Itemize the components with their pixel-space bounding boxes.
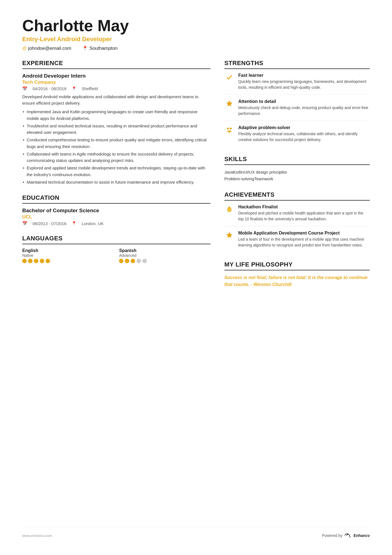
strength-attention-title: Attention to detail — [238, 99, 370, 104]
dot — [137, 259, 141, 263]
calendar-icon: 📅 — [22, 86, 28, 91]
achievement-hackathon-title: Hackathon Finalist — [238, 204, 370, 209]
language-spanish: Spanish Advanced — [119, 248, 210, 263]
strength-fast-learner-content: Fast learner Quickly learn new programmi… — [238, 73, 370, 90]
strength-fast-learner-desc: Quickly learn new programming languages,… — [238, 79, 370, 90]
english-level: Native — [22, 253, 113, 258]
strength-problem-solver: Adaptive problem-solver Flexibly analyze… — [224, 125, 370, 147]
svg-marker-7 — [228, 206, 231, 208]
skills-text: JavaKotlinUI/UX design principles Proble… — [224, 169, 370, 182]
footer: www.enhancv.com Powered by Enhancv — [22, 527, 370, 538]
dot — [34, 259, 38, 263]
email-icon: @ — [22, 46, 27, 51]
check-icon — [224, 73, 234, 83]
strength-fast-learner-title: Fast learner — [238, 73, 370, 78]
achievement-hackathon: Hackathon Finalist Developed and pitched… — [224, 204, 370, 226]
achievement-mobile-content: Mobile Application Development Course Pr… — [238, 231, 370, 248]
powered-by-label: Powered by — [322, 533, 343, 538]
skills-line1: JavaKotlinUI/UX design principles — [224, 170, 287, 174]
strength-fast-learner: Fast learner Quickly learn new programmi… — [224, 73, 370, 95]
achievement-mobile-title: Mobile Application Development Course Pr… — [238, 231, 370, 236]
achievements-title: ACHIEVEMENTS — [224, 191, 370, 201]
strength-attention-content: Attention to detail Meticulously check a… — [238, 99, 370, 117]
education-section: EDUCATION Bachelor of Computer Science U… — [22, 194, 210, 226]
job-title: Entry-Level Android Developer — [22, 36, 370, 43]
skills-title: SKILLS — [224, 156, 370, 165]
strengths-section: STRENGTHS Fast learner Quickly learn new… — [224, 60, 370, 147]
achievement-star-icon — [224, 231, 234, 241]
experience-title: EXPERIENCE — [22, 60, 210, 69]
company-name: Tech Company — [22, 80, 210, 85]
job-position: Android Developer Intern — [22, 73, 210, 79]
strengths-title: STRENGTHS — [224, 60, 370, 69]
medal-icon — [224, 204, 234, 214]
dot — [125, 259, 129, 263]
location-pin-icon: 📍 — [71, 86, 77, 91]
dot — [40, 259, 44, 263]
languages-title: LANGUAGES — [22, 235, 210, 244]
achievement-hackathon-desc: Developed and pitched a mobile health ap… — [238, 210, 370, 222]
gear-people-icon — [224, 125, 234, 135]
dot — [28, 259, 33, 263]
dot — [142, 259, 147, 263]
experience-dates: 04/2016 - 08/2018 — [33, 86, 66, 91]
education-dates: 06/2013 - 07/2016 — [33, 221, 66, 226]
strength-problem-solver-title: Adaptive problem-solver — [238, 125, 370, 130]
location-value: Southampton — [89, 46, 117, 51]
strength-problem-solver-content: Adaptive problem-solver Flexibly analyze… — [238, 125, 370, 143]
language-english: English Native — [22, 248, 113, 263]
experience-section: EXPERIENCE Android Developer Intern Tech… — [22, 60, 210, 185]
experience-bullets: Implemented Java and Kotlin programming … — [22, 108, 210, 185]
star-icon — [224, 99, 234, 109]
philosophy-quote: Success is not final; failure is not fat… — [224, 274, 370, 288]
right-column: STRENGTHS Fast learner Quickly learn new… — [224, 60, 370, 527]
skills-line2: Problem-solvingTeamwork — [224, 176, 273, 181]
dot — [22, 259, 27, 263]
achievement-hackathon-content: Hackathon Finalist Developed and pitched… — [238, 204, 370, 222]
skills-section: SKILLS JavaKotlinUI/UX design principles… — [224, 156, 370, 182]
bullet-2: Troubleshot and resolved technical issue… — [22, 123, 210, 136]
bullet-6: Maintained technical documentation to as… — [22, 179, 210, 185]
email-contact: @ johndoe@email.com — [22, 46, 71, 51]
achievement-mobile: Mobile Application Development Course Pr… — [224, 231, 370, 252]
resume-page: Charlotte May Entry-Level Android Develo… — [0, 0, 392, 555]
svg-point-2 — [230, 127, 232, 129]
degree-name: Bachelor of Computer Science — [22, 208, 210, 214]
dot — [119, 259, 123, 263]
philosophy-title: MY LIFE PHILOSOPHY — [224, 261, 370, 270]
dot — [46, 259, 50, 263]
location-icon: 📍 — [82, 46, 88, 51]
left-column: EXPERIENCE Android Developer Intern Tech… — [22, 60, 210, 527]
main-content: EXPERIENCE Android Developer Intern Tech… — [22, 60, 370, 527]
philosophy-section: MY LIFE PHILOSOPHY Success is not final;… — [224, 261, 370, 288]
svg-marker-9 — [226, 232, 232, 238]
achievement-mobile-desc: Led a team of four in the development of… — [238, 236, 370, 248]
education-title: EDUCATION — [22, 194, 210, 204]
bullet-1: Implemented Java and Kotlin programming … — [22, 108, 210, 122]
strength-problem-solver-desc: Flexibly analyze technical issues, colla… — [238, 131, 370, 143]
school-name: UCL — [22, 214, 210, 220]
svg-marker-0 — [226, 100, 232, 106]
spanish-dots — [119, 259, 210, 263]
brand-label: Enhancv — [354, 533, 370, 538]
edu-location-icon: 📍 — [71, 221, 77, 226]
header-section: Charlotte May Entry-Level Android Develo… — [22, 17, 370, 51]
achievements-section: ACHIEVEMENTS Hackathon Finalist Develope… — [224, 191, 370, 252]
english-name: English — [22, 248, 113, 253]
bullet-5: Explored and applied latest mobile devel… — [22, 165, 210, 178]
dot — [131, 259, 135, 263]
email-value: johndoe@email.com — [28, 46, 71, 51]
experience-meta: 📅 04/2016 - 08/2018 📍 Sheffield — [22, 86, 210, 91]
languages-section: LANGUAGES English Native — [22, 235, 210, 263]
strength-attention-desc: Meticulously check and debug code, ensur… — [238, 105, 370, 117]
education-meta: 📅 06/2013 - 07/2016 📍 London, UK — [22, 221, 210, 226]
spanish-name: Spanish — [119, 248, 210, 253]
experience-description: Developed Android mobile applications an… — [22, 93, 210, 107]
experience-location: Sheffield — [82, 86, 98, 91]
footer-website: www.enhancv.com — [22, 534, 52, 538]
candidate-name: Charlotte May — [22, 17, 370, 34]
spanish-level: Advanced — [119, 253, 210, 258]
bullet-4: Collaborated with teams in Agile methodo… — [22, 151, 210, 164]
education-location: London, UK — [82, 221, 104, 226]
strength-attention: Attention to detail Meticulously check a… — [224, 99, 370, 121]
